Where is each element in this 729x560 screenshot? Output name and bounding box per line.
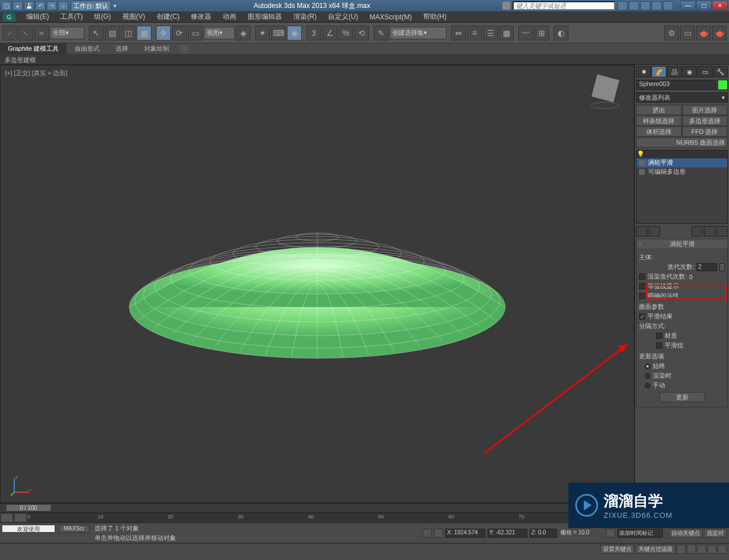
hierarchy-tab-icon[interactable]: 品 [667,66,682,77]
workspace-arrow-icon[interactable]: ▾ [113,2,121,10]
snap-toggle-icon[interactable]: ◉ [287,26,302,40]
viewport[interactable]: [+] [正交] [真实 + 边面] [0,65,634,503]
align-icon[interactable]: ≡ [467,26,482,40]
close-button[interactable]: × [712,1,728,11]
new-icon[interactable]: ▢ [1,1,11,10]
key-filters-button[interactable]: 关键点过滤器 [636,545,675,554]
create-tab-icon[interactable]: ✹ [636,66,651,77]
select-object-icon[interactable]: ↖ [89,26,104,40]
selection-filter-dropdown[interactable]: 全部 ▾ [50,27,84,39]
render-production-icon[interactable]: 🫖 [712,26,727,40]
named-selection-dropdown[interactable]: 创建选择集 ▾ [390,27,447,39]
ref-coord-dropdown[interactable]: 视图 ▾ [204,27,235,39]
menu-create[interactable]: 创建(C) [151,11,186,23]
mod-btn-face-select[interactable]: 面片选择 [682,105,728,115]
percent-snap-icon[interactable]: % [338,26,353,40]
save-icon[interactable]: 💾 [24,1,34,10]
search-icon[interactable] [617,1,628,10]
prev-frame-icon[interactable] [687,545,696,554]
menu-group[interactable]: 组(G) [88,11,116,23]
redo-icon[interactable]: ↷ [47,1,57,10]
viewcube-ring[interactable] [591,102,620,109]
schematic-view-icon[interactable]: ⊞ [534,26,549,40]
render-iters-checkbox[interactable] [639,273,645,280]
ribbon-tab-selection[interactable]: 选择 [108,43,136,54]
app-menu-icon[interactable]: G [2,12,16,22]
stack-item-editable-poly[interactable]: 可编辑多边形 [637,167,727,177]
mod-btn-extrude[interactable]: 挤出 [636,105,682,115]
add-time-tag-field[interactable]: 添加时间标记 [617,529,663,538]
mod-btn-vol-select[interactable]: 体积选择 [636,126,682,137]
manipulate-icon[interactable]: ✦ [255,26,270,40]
menu-animation[interactable]: 动画 [217,11,242,23]
selected-dropdown[interactable]: 选定对 [704,529,727,538]
iterations-spin-buttons[interactable] [719,263,725,271]
mod-btn-nurbs-select[interactable]: NURBS 曲面选择 [636,137,728,148]
pin-stack-icon[interactable] [636,226,648,236]
menu-edit[interactable]: 编辑(E) [21,11,55,23]
ribbon-tab-paint[interactable]: 对象绘制 [136,43,177,54]
render-iters-spinner[interactable]: 0 [689,273,703,280]
display-tab-icon[interactable]: ▭ [698,66,712,77]
menu-help[interactable]: 帮助(H) [417,11,452,23]
menu-render[interactable]: 渲染(R) [288,11,322,23]
render-frame-icon[interactable]: ▭ [680,26,695,40]
scale-tool-icon[interactable]: ▭ [188,26,203,40]
rotate-tool-icon[interactable]: ⟳ [172,26,187,40]
object-name-field[interactable]: Sphere003 [636,80,716,90]
link-icon[interactable]: ⟐ [58,1,68,10]
select-by-name-icon[interactable]: ▤ [105,26,120,40]
render-setup-icon[interactable]: ⚙ [664,26,679,40]
modifier-stack[interactable]: 💡 涡轮平滑 可编辑多边形 [636,150,728,224]
stack-bulb-icon[interactable]: 💡 [637,150,645,158]
when-rendering-radio[interactable] [645,373,650,379]
curve-editor-icon[interactable]: 〰 [518,26,533,40]
layers-icon[interactable]: ☰ [483,26,498,40]
modifier-list-dropdown[interactable]: 修改器列表▾ [636,92,728,103]
search-input[interactable] [513,1,615,10]
favorites-icon[interactable] [652,1,662,10]
material-checkbox[interactable] [656,333,662,339]
track-mini-icon[interactable] [14,513,27,522]
crossing-selection-icon[interactable]: ▦ [137,26,151,40]
remove-modifier-icon[interactable] [704,226,715,236]
coord-y-field[interactable]: Y: -62.321 [488,529,527,538]
play-icon[interactable] [502,2,510,10]
subscription-icon[interactable] [629,1,639,10]
render-icon[interactable]: 🫖 [696,26,711,40]
track-config-icon[interactable] [1,513,13,522]
open-icon[interactable]: ▸ [13,1,23,10]
mod-btn-ffd-select[interactable]: FFD 选择 [682,126,728,137]
pivot-center-icon[interactable]: ◈ [236,26,251,40]
modify-tab-icon[interactable]: 🌈 [652,66,666,77]
show-end-result-icon[interactable] [649,226,660,236]
next-frame-icon[interactable] [707,545,716,554]
maximize-button[interactable]: □ [696,1,712,11]
ribbon-tab-graphite[interactable]: Graphite 建模工具 [0,43,67,54]
rollout-header[interactable]: 涡轮平滑 [637,239,727,248]
maxscript-listener-button[interactable]: MAXScr [59,525,89,533]
utilities-tab-icon[interactable]: 🔧 [713,66,728,77]
menu-graph[interactable]: 图形编辑器 [242,11,288,23]
mod-btn-spline-select[interactable]: 样条线选择 [636,116,682,126]
stack-item-turbosmooth[interactable]: 涡轮平滑 [637,158,727,167]
iterations-spinner[interactable]: 2 [697,263,717,271]
layer-manager-icon[interactable]: ▦ [499,26,514,40]
time-slider-thumb[interactable]: 0 / 100 [6,504,51,512]
keyboard-shortcut-icon[interactable]: ⌨ [271,26,286,40]
smooth-group-checkbox[interactable] [656,342,662,349]
isoline-checkbox[interactable] [639,283,645,289]
update-button[interactable]: 更新 [660,392,705,402]
configure-sets-icon[interactable] [716,226,728,236]
menu-tools[interactable]: 工具(T) [55,11,88,23]
help-icon[interactable] [663,1,673,10]
undo-icon[interactable]: ↶ [35,1,46,10]
manually-radio[interactable] [645,383,650,389]
move-tool-icon[interactable]: ✥ [156,26,171,40]
auto-key-button[interactable]: 自动关键点 [669,529,703,538]
mirror-icon[interactable]: ⇔ [451,26,466,40]
always-radio[interactable] [645,363,650,369]
viewcube[interactable] [588,77,622,117]
welcome-button[interactable]: 欢迎使用 [2,525,55,533]
menu-customize[interactable]: 自定义(U) [322,11,364,23]
